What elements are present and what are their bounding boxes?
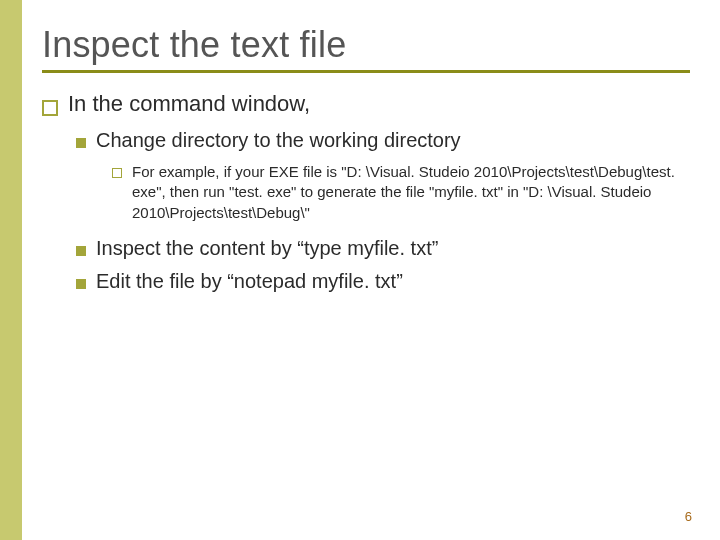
bullet-level3: For example, if your EXE file is "D: \Vi…: [112, 162, 690, 223]
slide-body: Inspect the text file In the command win…: [22, 0, 720, 540]
square-solid-icon: [76, 279, 86, 289]
square-solid-icon: [76, 138, 86, 148]
bullet-text: In the command window,: [68, 91, 690, 117]
square-outline-icon: [42, 100, 58, 116]
slide-title: Inspect the text file: [42, 24, 690, 66]
square-solid-icon: [76, 246, 86, 256]
bullet-level1: In the command window,: [42, 91, 690, 117]
bullet-level2: Change directory to the working director…: [76, 129, 690, 152]
bullet-text: For example, if your EXE file is "D: \Vi…: [132, 162, 690, 223]
bullet-text: Change directory to the working director…: [96, 129, 690, 152]
accent-sidebar: [0, 0, 22, 540]
bullet-level2: Edit the file by “notepad myfile. txt”: [76, 270, 690, 293]
page-number: 6: [685, 509, 692, 524]
bullet-level2: Inspect the content by “type myfile. txt…: [76, 237, 690, 260]
square-outline-small-icon: [112, 168, 122, 178]
title-underline: [42, 70, 690, 73]
bullet-text: Edit the file by “notepad myfile. txt”: [96, 270, 690, 293]
bullet-text: Inspect the content by “type myfile. txt…: [96, 237, 690, 260]
